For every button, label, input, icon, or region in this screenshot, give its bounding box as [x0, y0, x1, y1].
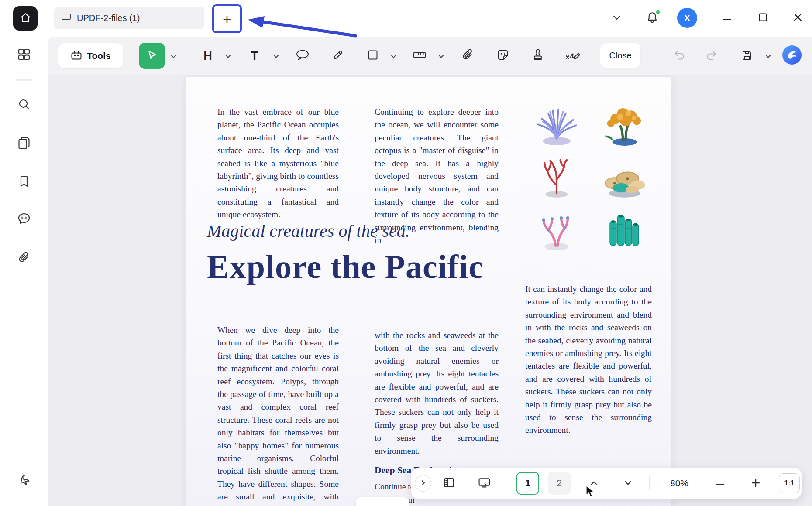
sticker-tool-button[interactable] [493, 46, 513, 65]
sidebar-divider [16, 79, 32, 81]
undo-button[interactable] [670, 46, 689, 65]
pen-tool-button[interactable] [328, 46, 348, 65]
page-button-2[interactable]: 2 [548, 472, 571, 495]
comments-icon [17, 212, 31, 226]
avatar-initial: X [684, 13, 690, 23]
column-divider [356, 324, 356, 506]
reader-monitor-icon [478, 477, 491, 489]
select-tool-chevron[interactable] [170, 53, 177, 59]
measure-tool-chevron[interactable] [437, 53, 444, 59]
previous-page-button[interactable] [583, 473, 604, 494]
expand-nav-button[interactable] [415, 475, 431, 492]
save-button[interactable] [737, 46, 757, 65]
select-tool-button[interactable] [139, 43, 165, 69]
paragraph-bottom-right: It can instantly change the color and te… [525, 283, 652, 437]
highlight-tool-button[interactable]: H [198, 46, 217, 65]
paragraph-bottom-left: When we dive deep into the bottom of the… [217, 324, 339, 506]
paragraph-top-left: In the vast embrace of our blue planet, … [217, 106, 339, 221]
ruler-icon [413, 50, 427, 62]
partial-panel [356, 497, 409, 506]
coral-image-red-branch [525, 149, 588, 199]
shape-tool-button[interactable] [363, 46, 382, 65]
left-sidebar [0, 37, 48, 506]
thumbnail-view-button[interactable] [438, 473, 459, 494]
stamp-tool-button[interactable] [528, 46, 547, 65]
tab-list-chevron-button[interactable] [609, 10, 625, 26]
brush-leaf-icon [17, 474, 31, 489]
signature-icon [565, 49, 581, 62]
home-button[interactable] [13, 6, 38, 31]
document-tab-label: UPDF-2-files (1) [77, 13, 140, 23]
chevron-down-icon [613, 15, 621, 21]
maximize-button[interactable] [754, 9, 771, 27]
text-tool-button[interactable]: T [245, 46, 264, 65]
sidebar-item-attachments[interactable] [9, 246, 39, 271]
close-icon [794, 13, 802, 23]
user-avatar[interactable]: X [677, 8, 697, 28]
comment-shape-tool-button[interactable] [293, 46, 312, 65]
titlebar: UPDF-2-files (1) + X [0, 0, 812, 37]
highlight-tool-icon: H [203, 49, 212, 63]
coral-image-grid [525, 97, 657, 251]
sidebar-item-bookmarks[interactable] [9, 170, 39, 195]
close-window-button[interactable] [789, 9, 806, 27]
save-chevron[interactable] [764, 53, 771, 59]
close-document-button[interactable]: Close [600, 43, 640, 68]
coral-image-pink-blue [525, 202, 588, 251]
bookmark-icon [19, 175, 29, 189]
annotation-toolbar: Tools H T [48, 37, 812, 75]
chevron-down-icon [624, 480, 632, 487]
document-canvas[interactable]: In the vast embrace of our blue planet, … [48, 75, 812, 506]
coral-image-fan-tree [593, 97, 657, 147]
paragraph-bottom-middle-text: with the rocks and seaweeds at the botto… [375, 329, 499, 457]
measure-tool-button[interactable] [410, 46, 429, 65]
apps-grid-icon [17, 48, 31, 63]
ai-assistant-button[interactable] [781, 45, 802, 66]
shape-tool-chevron[interactable] [390, 53, 397, 59]
sticker-icon [497, 49, 509, 62]
redo-button[interactable] [702, 46, 721, 65]
search-icon [18, 98, 30, 112]
thumbnail-panel-icon [443, 477, 455, 489]
sidebar-item-pages[interactable] [9, 132, 39, 156]
sidebar-item-brush[interactable] [9, 469, 39, 493]
column-divider [356, 106, 356, 206]
minimize-button[interactable] [718, 9, 736, 27]
zoom-in-button[interactable] [745, 473, 766, 494]
sidebar-item-panels[interactable] [9, 43, 39, 68]
maximize-icon [759, 13, 767, 23]
zoom-out-button[interactable] [710, 473, 731, 494]
document-tab[interactable]: UPDF-2-files (1) [54, 7, 204, 29]
minus-icon [716, 480, 724, 487]
next-page-button[interactable] [617, 473, 638, 494]
close-label: Close [609, 51, 631, 61]
text-tool-chevron[interactable] [272, 53, 279, 59]
sidebar-item-search[interactable] [9, 93, 39, 117]
updf-app-window: UPDF-2-files (1) + X [0, 0, 812, 506]
chevron-right-icon [421, 480, 425, 487]
notification-dot [655, 10, 661, 15]
reader-mode-button[interactable] [474, 473, 495, 494]
monitor-icon [61, 13, 71, 24]
toolbox-icon [71, 50, 82, 62]
tools-button[interactable]: Tools [58, 43, 123, 68]
rectangle-icon [368, 50, 378, 62]
sidebar-item-comments[interactable] [9, 207, 39, 232]
paperclip-icon [18, 252, 30, 266]
page-title: Explore the Pacific [207, 248, 484, 286]
add-tab-button[interactable]: + [216, 8, 238, 31]
oval-comment-icon [296, 49, 310, 62]
pdf-page[interactable]: In the vast embrace of our blue planet, … [186, 77, 671, 506]
cursor-pointer-icon [146, 49, 158, 63]
highlight-tool-chevron[interactable] [224, 53, 231, 59]
text-tool-icon: T [251, 49, 258, 63]
actual-size-button[interactable]: 1:1 [779, 473, 800, 493]
undo-icon [674, 51, 685, 62]
coral-image-anemone [525, 97, 588, 147]
signature-tool-button[interactable] [563, 46, 582, 65]
column-divider [514, 106, 514, 206]
pen-icon [332, 49, 344, 62]
page-button-1[interactable]: 1 [516, 472, 539, 495]
attach-file-tool-button[interactable] [458, 46, 478, 65]
paperclip-icon [462, 49, 474, 63]
